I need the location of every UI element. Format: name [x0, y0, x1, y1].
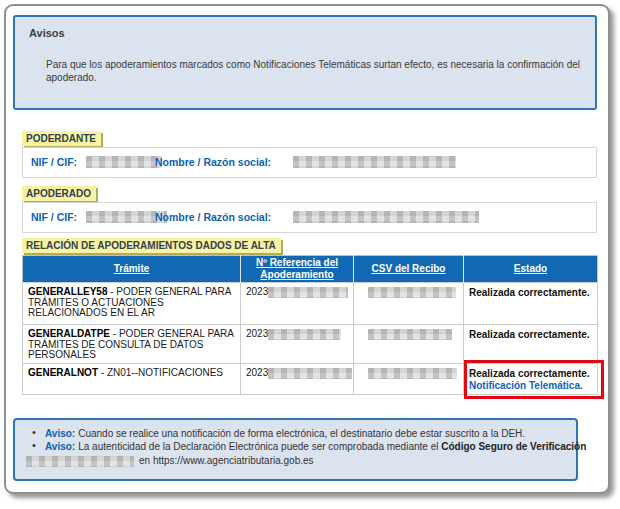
table-row: GENERALLEY58 - PODER GENERAL PARA TRÁMIT… — [23, 283, 598, 325]
header-referencia[interactable]: Nº Referencia del Apoderamiento — [241, 256, 354, 283]
csv-cell — [354, 325, 464, 364]
tramite-code: GENERALNOT — [28, 367, 98, 378]
poderdante-nif-redacted-value — [86, 156, 162, 168]
notice-title: Avisos — [29, 27, 65, 39]
header-csv[interactable]: CSV del Recibo — [354, 256, 464, 283]
section-label-apoderado: APODERADO — [22, 186, 96, 201]
apoderado-box: NIF / CIF: Nombre / Razón social: — [22, 202, 597, 233]
poderdante-box: NIF / CIF: Nombre / Razón social: — [22, 147, 597, 178]
poderdante-nif-label: NIF / CIF: — [31, 156, 77, 168]
csv-redacted-value — [368, 287, 456, 298]
csv-cell — [354, 283, 464, 325]
header-tramite[interactable]: Trámite — [23, 256, 241, 283]
csv-redacted-value — [368, 329, 452, 340]
referencia-prefix: 2023 — [246, 367, 268, 378]
referencia-cell: 2023 — [241, 283, 354, 325]
tramite-code: GENERALLEY58 — [28, 286, 107, 297]
referencia-prefix: 2023 — [246, 328, 268, 339]
poderdante-name-redacted-value — [293, 156, 456, 168]
referencia-redacted-value — [268, 329, 341, 340]
section-label-relacion: RELACIÓN DE APODERAMIENTOS DADOS DE ALTA — [22, 238, 281, 253]
referencia-cell: 2023 — [241, 364, 354, 395]
tramite-description: - ZN01--NOTIFICACIONES — [98, 367, 223, 378]
aviso-text: Cuando se realice una notificación de fo… — [78, 428, 525, 439]
apoderado-nif-label: NIF / CIF: — [31, 211, 77, 223]
agencia-url-text: en https://www.agenciatributaria.gob.es — [139, 455, 314, 466]
bullet-icon: • — [32, 439, 36, 451]
referencia-redacted-value — [268, 368, 352, 379]
tramite-cell: GENERALNOT - ZN01--NOTIFICACIONES — [23, 364, 241, 395]
section-label-poderdante: PODERDANTE — [22, 131, 101, 146]
bullet-icon: • — [32, 426, 36, 438]
footer-notice-box: • Aviso:Cuando se realice una notificaci… — [13, 418, 578, 481]
estado-cell: Realizada correctamente. — [464, 325, 598, 364]
tramite-cell: GENERALDATPE - PODER GENERAL PARA TRÁMIT… — [23, 325, 241, 364]
referencia-cell: 2023 — [241, 325, 354, 364]
estado-text: Realizada correctamente. — [469, 329, 592, 341]
csv-seguro-bold-text: Código Seguro de Verificación — [441, 441, 586, 452]
aviso-label: Aviso: — [45, 441, 75, 452]
poderdante-name-label: Nombre / Razón social: — [155, 156, 271, 168]
estado-text: Realizada correctamente. — [469, 287, 592, 299]
tramite-code: GENERALDATPE — [28, 328, 110, 339]
footer-bullet-2-continuation: en https://www.agenciatributaria.gob.es — [26, 455, 314, 467]
table-header-row: Trámite Nº Referencia del Apoderamiento … — [23, 256, 598, 283]
csv-cell — [354, 364, 464, 395]
table-row: GENERALDATPE - PODER GENERAL PARA TRÁMIT… — [23, 325, 598, 364]
header-estado[interactable]: Estado — [464, 256, 598, 283]
referencia-prefix: 2023 — [246, 286, 268, 297]
avisos-notice-box: Avisos Para que los apoderamientos marca… — [13, 15, 597, 110]
csv-redacted-value — [368, 368, 457, 379]
csv-code-redacted-value — [26, 456, 134, 467]
red-highlight-annotation-box — [464, 360, 604, 399]
page-frame: Avisos Para que los apoderamientos marca… — [4, 4, 610, 494]
apoderado-name-redacted-value — [293, 211, 479, 223]
aviso-label: Aviso: — [45, 428, 75, 439]
notice-text: Para que los apoderamientos marcados com… — [46, 58, 584, 84]
apoderado-name-label: Nombre / Razón social: — [155, 211, 271, 223]
aviso-text: La autenticidad de la Declaración Electr… — [78, 441, 441, 452]
estado-cell: Realizada correctamente. — [464, 283, 598, 325]
referencia-redacted-value — [268, 287, 348, 298]
tramite-cell: GENERALLEY58 - PODER GENERAL PARA TRÁMIT… — [23, 283, 241, 325]
